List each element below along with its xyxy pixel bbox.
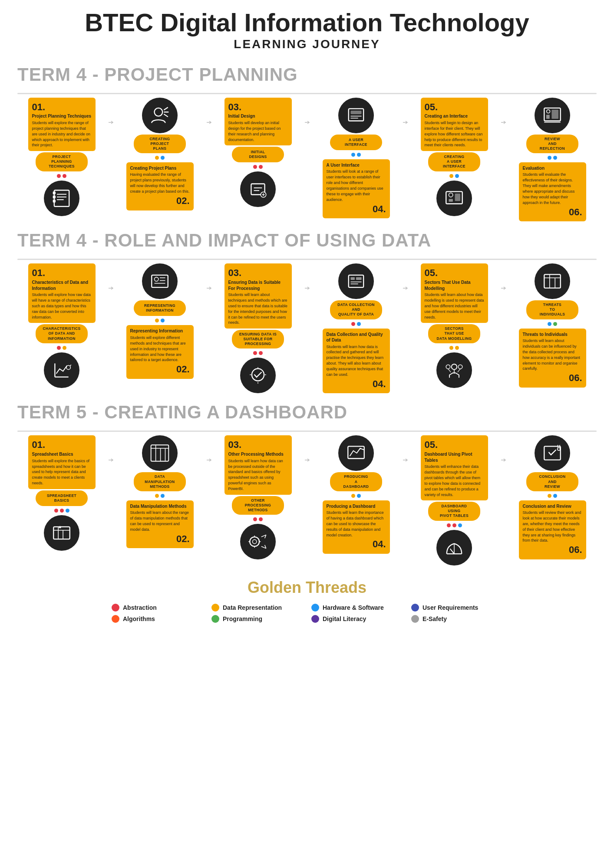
dot xyxy=(155,494,159,498)
main-title: BTEC Digital Information Technology xyxy=(17,9,597,36)
thread-item-2: Hardware & Software xyxy=(311,604,403,612)
step-infobox-2: 03.Other Processing MethodsStudents will… xyxy=(224,435,292,494)
step-col-0: 01.Spreadsheet BasicsStudents will explo… xyxy=(17,435,106,551)
term5-journey: 01.Spreadsheet BasicsStudents will explo… xyxy=(17,435,597,565)
step-icon-4 xyxy=(436,181,472,216)
step-icon-4 xyxy=(436,352,472,388)
step-icon-2 xyxy=(240,358,276,393)
step-label-5: CONCLUSION AND REVIEW xyxy=(526,472,578,491)
step-infobox-2: 03.Initial DesignStudents will develop a… xyxy=(224,98,292,146)
dot xyxy=(553,322,557,326)
term4-project-heading: TERM 4 - PROJECT PLANNING xyxy=(17,64,597,85)
dot xyxy=(357,322,361,326)
sep3 xyxy=(17,431,597,432)
dot-row-0 xyxy=(57,346,66,350)
step-label-3: A USER INTERFACE xyxy=(330,135,382,150)
step-icon-3 xyxy=(338,98,374,133)
sub-title: LEARNING JOURNEY xyxy=(17,37,597,51)
step-label-4: DASHBOARD USING PIVOT TABLES xyxy=(428,502,480,520)
step-label-3: PRODUCING A DASHBOARD xyxy=(330,472,382,491)
dot xyxy=(60,509,64,513)
thread-dot-5 xyxy=(211,615,219,623)
arrow-connector-0 xyxy=(108,263,114,291)
step-icon-3 xyxy=(338,263,374,299)
step-icon-1 xyxy=(142,263,178,299)
dot-row-2 xyxy=(253,517,263,521)
dot xyxy=(357,494,361,498)
svg-rect-42 xyxy=(356,277,362,280)
svg-rect-60 xyxy=(151,445,169,462)
step-infobox-1: Data Manipulation MethodsStudents will l… xyxy=(126,500,194,549)
arrow-connector-3 xyxy=(402,435,408,463)
step-icon-5 xyxy=(535,98,570,133)
svg-point-75 xyxy=(558,448,560,450)
dot xyxy=(161,494,165,498)
svg-point-8 xyxy=(155,108,163,116)
svg-rect-6 xyxy=(53,195,56,198)
svg-point-27 xyxy=(547,110,550,113)
svg-point-48 xyxy=(458,365,462,368)
dot-row-0 xyxy=(57,174,66,178)
arrow-connector-3 xyxy=(402,263,408,291)
thread-label-5: Programming xyxy=(223,615,262,622)
step-label-5: THREATS TO INDIVIDUALS xyxy=(526,300,578,319)
svg-line-50 xyxy=(458,368,460,372)
arrow-connector-2 xyxy=(304,263,310,291)
thread-dot-1 xyxy=(211,604,219,612)
arrow-connector-1 xyxy=(206,263,212,291)
svg-rect-25 xyxy=(455,194,461,201)
thread-label-0: Abstraction xyxy=(123,604,157,611)
dot xyxy=(63,174,66,178)
thread-label-6: Digital Literacy xyxy=(323,615,366,622)
step-infobox-1: Representing InformationStudents will ex… xyxy=(126,325,194,379)
step-label-1: CREATING PROJECT PLANS xyxy=(134,135,186,153)
term5-journey-row: 01.Spreadsheet BasicsStudents will explo… xyxy=(17,435,597,565)
arrow-connector-4 xyxy=(500,98,506,125)
dot xyxy=(155,319,159,322)
dot-row-5 xyxy=(548,494,557,498)
thread-item-5: Programming xyxy=(211,615,303,623)
step-col-2: 03.Other Processing MethodsStudents will… xyxy=(214,435,302,559)
svg-line-49 xyxy=(448,368,451,372)
step-label-2: INITIAL DESIGNS xyxy=(232,147,284,162)
step-label-0: CHARACTERISTICS OF DATA AND INFORMATION xyxy=(36,324,88,343)
step-col-5: CONCLUSION AND REVIEWConclusion and Revi… xyxy=(508,435,597,559)
step-label-1: REPRESENTING INFORMATION xyxy=(134,300,186,316)
dot-row-2 xyxy=(253,351,263,355)
step-label-2: OTHER PROCESSING METHODS xyxy=(232,496,284,515)
step-col-3: DATA COLLECTION AND QUALITY OF DATAData … xyxy=(312,263,400,393)
dot xyxy=(161,156,165,160)
step-col-3: PRODUCING A DASHBOARDProducing a Dashboa… xyxy=(312,435,400,554)
step-icon-5 xyxy=(535,435,570,471)
dot xyxy=(259,517,263,521)
thread-item-6: Digital Literacy xyxy=(311,615,403,623)
step-col-5: THREATS TO INDIVIDUALSThreats to Individ… xyxy=(508,263,597,388)
term4-data-journey: 01.Characteristics of Data and Informati… xyxy=(17,263,597,393)
step-col-4: 05.Dashboard Using Pivot TablesStudents … xyxy=(410,435,498,565)
dot xyxy=(452,523,456,527)
dot xyxy=(259,165,263,169)
step-icon-2 xyxy=(240,524,276,559)
term4-data-journey-row: 01.Characteristics of Data and Informati… xyxy=(17,263,597,393)
thread-item-0: Abstraction xyxy=(112,604,203,612)
thread-label-3: User Requirements xyxy=(423,604,478,611)
thread-dot-0 xyxy=(112,604,119,612)
thread-dot-7 xyxy=(411,615,419,623)
svg-rect-40 xyxy=(349,275,363,287)
step-col-1: REPRESENTING INFORMATIONRepresenting Inf… xyxy=(116,263,204,379)
dot-row-4 xyxy=(449,174,459,178)
dot xyxy=(548,494,551,498)
term4-project-journey-row: 01.Project Planning TechniquesStudents w… xyxy=(17,98,597,222)
step-infobox-0: 01.Characteristics of Data and Informati… xyxy=(28,263,96,323)
svg-rect-24 xyxy=(449,199,453,201)
dot xyxy=(161,319,165,322)
thread-label-2: Hardware & Software xyxy=(323,604,384,611)
arrow-connector-3 xyxy=(402,98,408,125)
arrow-connector-1 xyxy=(206,435,212,463)
step-label-4: SECTORS THAT USE DATA MODELLING xyxy=(428,324,480,343)
svg-point-23 xyxy=(449,193,453,197)
step-infobox-1: Creating Project PlansHaving evaluated t… xyxy=(126,162,194,210)
step-col-2: 03.Ensuring Data is Suitable For Process… xyxy=(214,263,302,393)
step-col-4: 05.Sectors That Use Data ModellingStuden… xyxy=(410,263,498,388)
thread-dot-3 xyxy=(411,604,419,612)
